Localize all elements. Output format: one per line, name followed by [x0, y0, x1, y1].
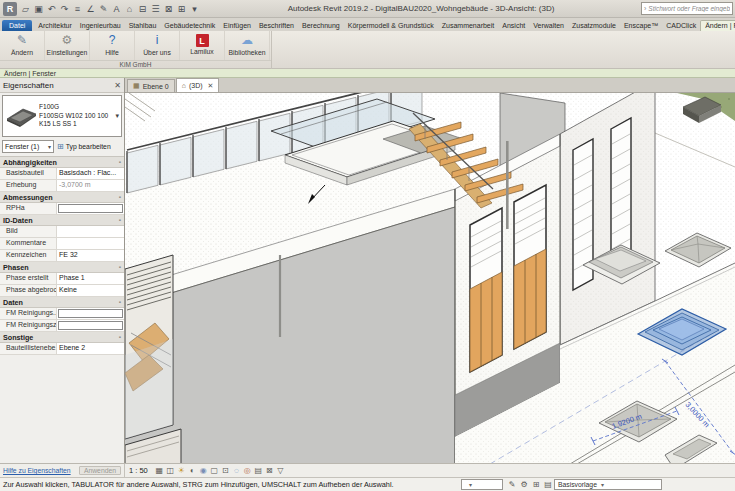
section-header[interactable]: Phasen▪: [0, 262, 124, 273]
undo-icon[interactable]: ↶: [45, 2, 58, 16]
drawing-canvas[interactable]: 3,0000 m 1,9200 m: [125, 92, 735, 463]
property-value[interactable]: Keine: [57, 285, 124, 296]
property-value[interactable]: Phase 1: [57, 273, 124, 284]
quick-access-toolbar: R▱▣↶↷≡∠✎A⌂⊟☰⊠⊞▾: [0, 0, 201, 17]
type-selector[interactable]: F100G F100SG W102 100 100 K15 LS SS 1 ▾: [2, 95, 122, 137]
redo-icon[interactable]: ↷: [58, 2, 71, 16]
edit-type-button[interactable]: ⊞ Typ bearbeiten: [57, 142, 111, 151]
section-icon[interactable]: ⊟: [136, 2, 149, 16]
property-value[interactable]: Basisdach : Flac...: [57, 168, 124, 179]
shadows-icon[interactable]: ◐: [187, 466, 198, 475]
window-title: Autodesk Revit 2019.2 - DigitalBAU2020_W…: [201, 4, 641, 13]
ribbon-tab-bar: Datei ArchitekturIngenieurbauStahlbauGeb…: [0, 18, 735, 31]
lamilux-button[interactable]: LLamilux: [180, 31, 225, 60]
tab-geb-udetechnik[interactable]: Gebäudetechnik: [160, 21, 219, 31]
property-value[interactable]: [58, 204, 123, 213]
section-header[interactable]: Abmessungen▪: [0, 192, 124, 203]
worksets-icon[interactable]: ⚙: [518, 480, 530, 489]
selection-box-icon[interactable]: ▽: [275, 466, 286, 475]
crop-region-icon[interactable]: ⊡: [220, 466, 231, 475]
measure-icon[interactable]: ∠: [84, 2, 97, 16]
properties-help-link[interactable]: Hilfe zu Eigenschaften: [3, 467, 71, 474]
tab-ingenieurbau[interactable]: Ingenieurbau: [76, 21, 125, 31]
tab-ansicht[interactable]: Ansicht: [498, 21, 529, 31]
footer-band: Hilfe zu Eigenschaften Anwenden 1 : 50 ▦…: [0, 463, 735, 477]
section-header[interactable]: Sonstige▪: [0, 332, 124, 343]
tab-cadclick[interactable]: CADClick: [662, 21, 700, 31]
thin-lines-icon[interactable]: ☰: [149, 2, 162, 16]
tab--ndern-fenster[interactable]: Ändern | Fenster: [700, 20, 735, 31]
property-row: BasisbauteilBasisdach : Flac...: [0, 168, 124, 180]
tab-einf-gen[interactable]: Einfügen: [219, 21, 255, 31]
close-view-icon[interactable]: ✕: [208, 82, 214, 90]
tab-zusatzmodule[interactable]: Zusatzmodule: [568, 21, 620, 31]
search-input[interactable]: › Stichwort oder Frage eingeben: [641, 2, 733, 15]
print-icon[interactable]: ≡: [71, 2, 84, 16]
sun-path-icon[interactable]: ☀: [176, 466, 187, 475]
section-header[interactable]: Daten▪: [0, 297, 124, 308]
property-label: FM Reinigungsz...: [0, 320, 57, 331]
switch-windows-icon[interactable]: ⊞: [175, 2, 188, 16]
property-grid: Abhängigkeiten▪BasisbauteilBasisdach : F…: [0, 156, 124, 355]
visual-style-icon[interactable]: ◫: [165, 466, 176, 475]
ueber-uns-button[interactable]: iÜber uns: [135, 31, 180, 60]
tag-icon[interactable]: ✎: [97, 2, 110, 16]
property-value[interactable]: [58, 309, 123, 318]
property-value[interactable]: [58, 321, 123, 330]
save-icon[interactable]: ▣: [32, 2, 45, 16]
aendern-button-icon: ✎: [17, 33, 27, 48]
scale-button[interactable]: 1 : 50: [129, 466, 148, 475]
workset-select[interactable]: ▾: [461, 479, 503, 490]
property-value[interactable]: [57, 226, 124, 237]
bibliotheken-button[interactable]: ☁Bibliotheken: [225, 31, 270, 60]
revit-logo-icon[interactable]: R: [3, 2, 17, 16]
property-row: Phase abgebroc...Keine: [0, 285, 124, 297]
property-value[interactable]: Ebene 2: [57, 343, 124, 354]
wall-opening: [125, 255, 173, 439]
chevron-down-icon[interactable]: ▾: [113, 112, 121, 120]
tab-zusammenarbeit[interactable]: Zusammenarbeit: [438, 21, 499, 31]
design-option-select[interactable]: Basisvorlage▾: [554, 479, 662, 490]
text-icon[interactable]: A: [110, 2, 123, 16]
temporary-hide-icon[interactable]: ◌: [231, 466, 242, 475]
element-filter-select[interactable]: Fenster (1)▾: [2, 140, 54, 153]
qat-customize-icon[interactable]: ▾: [188, 2, 201, 16]
apply-button[interactable]: Anwenden: [79, 466, 121, 475]
default-3d-view-icon[interactable]: ⌂: [123, 2, 136, 16]
tab-verwalten[interactable]: Verwalten: [529, 21, 568, 31]
tab-beschriften[interactable]: Beschriften: [255, 21, 298, 31]
property-value[interactable]: FE 32: [57, 250, 124, 261]
section-header[interactable]: ID-Daten▪: [0, 215, 124, 226]
property-label: Kommentare: [0, 238, 57, 249]
einstellungen-button[interactable]: ⚙Einstellungen: [45, 31, 90, 60]
property-row: RPHa: [0, 203, 124, 215]
rendering-icon[interactable]: ◉: [198, 466, 209, 475]
design-options-icon[interactable]: ⊞: [530, 480, 542, 489]
tab-k-rpermodell-grundst-ck[interactable]: Körpermodell & Grundstück: [344, 21, 438, 31]
3d-view-icon: ⌂: [182, 82, 186, 89]
status-message: Zur Auswahl klicken, TABULATOR für ander…: [0, 480, 461, 489]
property-value[interactable]: -3,0700 m: [57, 180, 124, 191]
main-model-icon[interactable]: ▤: [542, 480, 554, 489]
view-tab-ebene-0[interactable]: ▦Ebene 0: [127, 79, 175, 92]
constraints-icon[interactable]: ⊠: [264, 466, 275, 475]
detail-level-icon[interactable]: ▦: [154, 466, 165, 475]
open-icon[interactable]: ▱: [19, 2, 32, 16]
tab-datei[interactable]: Datei: [2, 20, 32, 31]
tab-architektur[interactable]: Architektur: [34, 21, 75, 31]
view-tab--3d-[interactable]: ⌂(3D)✕: [176, 78, 220, 92]
tab-enscape-[interactable]: Enscape™: [620, 21, 662, 31]
property-value[interactable]: [57, 238, 124, 249]
crop-view-icon[interactable]: ▢: [209, 466, 220, 475]
temporary-properties-icon[interactable]: ▤: [253, 466, 264, 475]
reveal-hidden-icon[interactable]: ◎: [242, 466, 253, 475]
properties-header: Eigenschaften ✕: [0, 78, 124, 93]
tab-stahlbau[interactable]: Stahlbau: [125, 21, 161, 31]
tab-berechnung[interactable]: Berechnung: [298, 21, 344, 31]
close-icon[interactable]: ✕: [114, 81, 121, 90]
editable-only-icon[interactable]: ✎: [506, 480, 518, 489]
close-hidden-windows-icon[interactable]: ⊠: [162, 2, 175, 16]
section-header[interactable]: Abhängigkeiten▪: [0, 157, 124, 168]
aendern-button[interactable]: ✎Ändern: [0, 31, 45, 60]
hilfe-button[interactable]: ?Hilfe: [90, 31, 135, 60]
